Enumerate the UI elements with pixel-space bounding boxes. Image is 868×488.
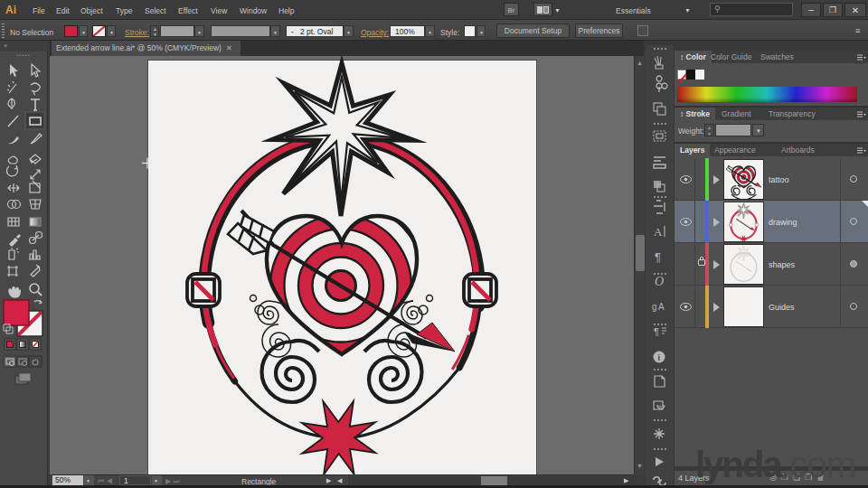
svg-text:¶: ¶ <box>654 326 659 337</box>
svg-text:i: i <box>658 353 661 362</box>
svg-text:¶: ¶ <box>655 250 661 264</box>
svg-text:g: g <box>652 302 657 312</box>
svg-text:A: A <box>654 225 663 239</box>
svg-text:O: O <box>655 275 664 288</box>
svg-text:A: A <box>658 302 665 312</box>
